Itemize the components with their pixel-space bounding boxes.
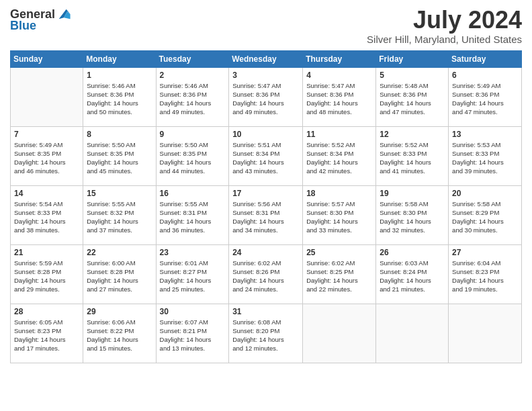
table-row: 29Sunrise: 6:06 AMSunset: 8:22 PMDayligh… bbox=[83, 304, 156, 363]
calendar-week-row: 7Sunrise: 5:49 AMSunset: 8:35 PMDaylight… bbox=[11, 126, 522, 185]
day-number: 4 bbox=[306, 71, 372, 80]
sunrise-text: Sunrise: 6:00 AM bbox=[87, 259, 152, 267]
daylight-text-line2: and 48 minutes. bbox=[306, 107, 372, 116]
table-row: 9Sunrise: 5:50 AMSunset: 8:35 PMDaylight… bbox=[156, 126, 229, 185]
day-info: Sunrise: 5:57 AMSunset: 8:30 PMDaylight:… bbox=[306, 199, 372, 235]
sunset-text: Sunset: 8:36 PM bbox=[306, 90, 372, 99]
daylight-text-line2: and 46 minutes. bbox=[14, 167, 79, 175]
sunset-text: Sunset: 8:31 PM bbox=[160, 208, 226, 217]
daylight-text-line2: and 25 minutes. bbox=[160, 285, 226, 293]
logo: General Blue bbox=[10, 7, 71, 33]
sunset-text: Sunset: 8:30 PM bbox=[306, 208, 372, 217]
daylight-text-line2: and 38 minutes. bbox=[14, 226, 79, 234]
header-row: Sunday Monday Tuesday Wednesday Thursday… bbox=[11, 50, 522, 67]
day-number: 29 bbox=[87, 307, 152, 316]
sunrise-text: Sunrise: 5:56 AM bbox=[232, 199, 299, 208]
daylight-text-line2: and 17 minutes. bbox=[14, 344, 79, 353]
daylight-text-line1: Daylight: 14 hours bbox=[452, 99, 518, 107]
table-row: 21Sunrise: 5:59 AMSunset: 8:28 PMDayligh… bbox=[11, 244, 83, 304]
day-number: 24 bbox=[232, 248, 299, 257]
day-number: 13 bbox=[452, 130, 518, 139]
day-info: Sunrise: 5:49 AMSunset: 8:36 PMDaylight:… bbox=[452, 81, 518, 117]
daylight-text-line1: Daylight: 14 hours bbox=[232, 217, 299, 226]
sunrise-text: Sunrise: 5:59 AM bbox=[14, 259, 79, 267]
day-number: 7 bbox=[14, 130, 79, 139]
daylight-text-line2: and 15 minutes. bbox=[87, 344, 152, 353]
day-number: 3 bbox=[232, 71, 299, 80]
daylight-text-line2: and 37 minutes. bbox=[87, 226, 152, 234]
day-number: 2 bbox=[160, 71, 226, 80]
sunrise-text: Sunrise: 5:46 AM bbox=[160, 81, 226, 90]
sunrise-text: Sunrise: 5:46 AM bbox=[87, 81, 152, 90]
sunset-text: Sunset: 8:34 PM bbox=[306, 149, 372, 158]
daylight-text-line2: and 30 minutes. bbox=[452, 226, 518, 234]
day-number: 22 bbox=[87, 248, 152, 257]
sunset-text: Sunset: 8:23 PM bbox=[452, 267, 518, 276]
table-row: 16Sunrise: 5:55 AMSunset: 8:31 PMDayligh… bbox=[156, 185, 229, 244]
day-info: Sunrise: 5:52 AMSunset: 8:33 PMDaylight:… bbox=[380, 140, 445, 176]
day-number: 1 bbox=[87, 71, 152, 80]
calendar-week-row: 1Sunrise: 5:46 AMSunset: 8:36 PMDaylight… bbox=[11, 67, 522, 126]
table-row: 22Sunrise: 6:00 AMSunset: 8:28 PMDayligh… bbox=[83, 244, 156, 304]
sunrise-text: Sunrise: 6:05 AM bbox=[14, 318, 79, 326]
day-number: 11 bbox=[306, 130, 372, 139]
day-info: Sunrise: 5:47 AMSunset: 8:36 PMDaylight:… bbox=[306, 81, 372, 117]
daylight-text-line1: Daylight: 14 hours bbox=[306, 217, 372, 226]
table-row: 23Sunrise: 6:01 AMSunset: 8:27 PMDayligh… bbox=[156, 244, 229, 304]
sunset-text: Sunset: 8:36 PM bbox=[232, 90, 299, 99]
daylight-text-line2: and 50 minutes. bbox=[87, 107, 152, 116]
sunset-text: Sunset: 8:23 PM bbox=[14, 326, 79, 335]
table-row: 20Sunrise: 5:58 AMSunset: 8:29 PMDayligh… bbox=[449, 185, 522, 244]
day-info: Sunrise: 5:59 AMSunset: 8:28 PMDaylight:… bbox=[14, 259, 79, 294]
daylight-text-line1: Daylight: 14 hours bbox=[87, 99, 152, 107]
day-info: Sunrise: 5:47 AMSunset: 8:36 PMDaylight:… bbox=[232, 81, 299, 117]
table-row bbox=[303, 304, 376, 363]
sunrise-text: Sunrise: 5:58 AM bbox=[380, 199, 445, 208]
table-row: 1Sunrise: 5:46 AMSunset: 8:36 PMDaylight… bbox=[83, 67, 156, 126]
day-number: 15 bbox=[87, 189, 152, 198]
sunrise-text: Sunrise: 6:06 AM bbox=[87, 318, 152, 326]
sunrise-text: Sunrise: 5:52 AM bbox=[306, 140, 372, 149]
day-number: 5 bbox=[380, 71, 445, 80]
day-info: Sunrise: 5:46 AMSunset: 8:36 PMDaylight:… bbox=[87, 81, 152, 117]
day-number: 16 bbox=[160, 189, 226, 198]
day-info: Sunrise: 6:04 AMSunset: 8:23 PMDaylight:… bbox=[452, 259, 518, 294]
day-number: 12 bbox=[380, 130, 445, 139]
logo-icon bbox=[56, 7, 71, 21]
daylight-text-line1: Daylight: 14 hours bbox=[14, 217, 79, 226]
calendar-week-row: 14Sunrise: 5:54 AMSunset: 8:33 PMDayligh… bbox=[11, 185, 522, 244]
sunrise-text: Sunrise: 5:55 AM bbox=[160, 199, 226, 208]
day-info: Sunrise: 5:58 AMSunset: 8:29 PMDaylight:… bbox=[452, 199, 518, 235]
daylight-text-line2: and 34 minutes. bbox=[232, 226, 299, 234]
daylight-text-line1: Daylight: 14 hours bbox=[160, 158, 226, 167]
table-row: 2Sunrise: 5:46 AMSunset: 8:36 PMDaylight… bbox=[156, 67, 229, 126]
daylight-text-line1: Daylight: 14 hours bbox=[306, 158, 372, 167]
day-number: 21 bbox=[14, 248, 79, 257]
table-row: 24Sunrise: 6:02 AMSunset: 8:26 PMDayligh… bbox=[229, 244, 303, 304]
daylight-text-line1: Daylight: 14 hours bbox=[232, 335, 299, 344]
header: General Blue July 2024 Silver Hill, Mary… bbox=[10, 7, 522, 45]
sunrise-text: Sunrise: 6:04 AM bbox=[452, 259, 518, 267]
daylight-text-line2: and 49 minutes. bbox=[160, 107, 226, 116]
sunset-text: Sunset: 8:36 PM bbox=[160, 90, 226, 99]
table-row: 11Sunrise: 5:52 AMSunset: 8:34 PMDayligh… bbox=[303, 126, 376, 185]
table-row: 28Sunrise: 6:05 AMSunset: 8:23 PMDayligh… bbox=[11, 304, 83, 363]
table-row: 4Sunrise: 5:47 AMSunset: 8:36 PMDaylight… bbox=[303, 67, 376, 126]
day-info: Sunrise: 6:03 AMSunset: 8:24 PMDaylight:… bbox=[380, 259, 445, 294]
sunrise-text: Sunrise: 5:58 AM bbox=[452, 199, 518, 208]
sunset-text: Sunset: 8:34 PM bbox=[232, 149, 299, 158]
day-info: Sunrise: 6:02 AMSunset: 8:26 PMDaylight:… bbox=[232, 259, 299, 294]
col-wednesday: Wednesday bbox=[229, 50, 303, 67]
daylight-text-line1: Daylight: 14 hours bbox=[380, 217, 445, 226]
day-info: Sunrise: 5:56 AMSunset: 8:31 PMDaylight:… bbox=[232, 199, 299, 235]
sunset-text: Sunset: 8:33 PM bbox=[380, 149, 445, 158]
sunset-text: Sunset: 8:26 PM bbox=[232, 267, 299, 276]
daylight-text-line1: Daylight: 14 hours bbox=[380, 276, 445, 285]
daylight-text-line2: and 13 minutes. bbox=[160, 344, 226, 353]
month-title: July 2024 bbox=[367, 7, 522, 34]
table-row: 5Sunrise: 5:48 AMSunset: 8:36 PMDaylight… bbox=[376, 67, 449, 126]
table-row: 31Sunrise: 6:08 AMSunset: 8:20 PMDayligh… bbox=[229, 304, 303, 363]
col-sunday: Sunday bbox=[11, 50, 83, 67]
daylight-text-line1: Daylight: 14 hours bbox=[232, 99, 299, 107]
sunrise-text: Sunrise: 6:03 AM bbox=[380, 259, 445, 267]
